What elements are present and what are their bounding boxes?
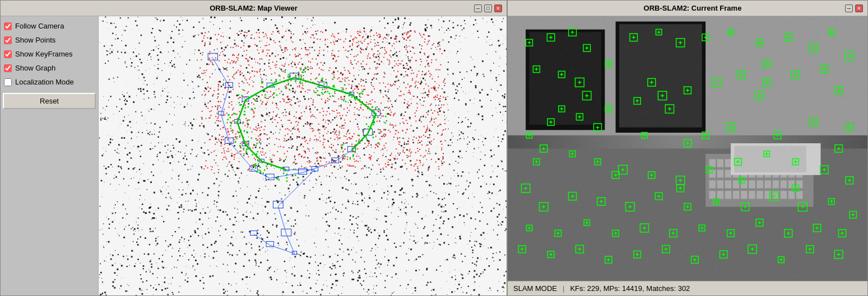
show-graph-checkbox[interactable] bbox=[4, 64, 12, 72]
sidebar: Follow Camera Show Points Show KeyFrames… bbox=[1, 16, 99, 295]
follow-camera-checkbox[interactable] bbox=[4, 22, 12, 30]
map-viewer-titlebar: ORB-SLAM2: Map Viewer ─ □ ✕ bbox=[1, 1, 507, 16]
map-visualization bbox=[99, 16, 507, 295]
localization-mode-checkbox[interactable] bbox=[4, 78, 12, 86]
show-keyframes-item[interactable]: Show KeyFrames bbox=[3, 48, 96, 60]
current-frame-title: ORB-SLAM2: Current Frame bbox=[540, 4, 845, 12]
current-frame-controls: ─ ✕ bbox=[845, 4, 863, 12]
follow-camera-label: Follow Camera bbox=[15, 22, 64, 30]
close-button[interactable]: ✕ bbox=[494, 4, 502, 12]
map-viewer-window: ORB-SLAM2: Map Viewer ─ □ ✕ Follow Camer… bbox=[0, 0, 507, 296]
mps-count: MPs: 14419, bbox=[604, 284, 644, 293]
show-points-item[interactable]: Show Points bbox=[3, 34, 96, 46]
map-viewer-controls: ─ □ ✕ bbox=[474, 4, 502, 12]
minimize-button[interactable]: ─ bbox=[474, 4, 482, 12]
follow-camera-item[interactable]: Follow Camera bbox=[3, 20, 96, 32]
slam-mode: SLAM MODE bbox=[513, 284, 557, 293]
localization-mode-item[interactable]: Localization Mode bbox=[3, 76, 96, 88]
frame-close-button[interactable]: ✕ bbox=[855, 4, 863, 12]
frame-minimize-button[interactable]: ─ bbox=[845, 4, 853, 12]
matches-count: Matches: 302 bbox=[646, 284, 690, 293]
current-frame-titlebar: ORB-SLAM2: Current Frame ─ ✕ bbox=[508, 1, 867, 16]
status-bar: SLAM MODE | KFs: 229, MPs: 14419, Matche… bbox=[508, 281, 867, 295]
map-viewer-title: ORB-SLAM2: Map Viewer bbox=[33, 4, 474, 12]
frame-visualization bbox=[508, 16, 867, 281]
reset-button[interactable]: Reset bbox=[3, 93, 96, 109]
show-points-checkbox[interactable] bbox=[4, 36, 12, 44]
show-keyframes-label: Show KeyFrames bbox=[15, 50, 73, 58]
show-points-label: Show Points bbox=[15, 36, 55, 44]
maximize-button[interactable]: □ bbox=[484, 4, 492, 12]
frame-canvas bbox=[508, 16, 867, 281]
map-viewer-body: Follow Camera Show Points Show KeyFrames… bbox=[1, 16, 507, 295]
kfs-count: KFs: 229, bbox=[570, 284, 601, 293]
map-canvas bbox=[99, 16, 507, 295]
current-frame-window: ORB-SLAM2: Current Frame ─ ✕ SLAM MODE |… bbox=[507, 0, 868, 296]
show-graph-label: Show Graph bbox=[15, 64, 55, 72]
status-divider: | bbox=[563, 284, 564, 293]
show-keyframes-checkbox[interactable] bbox=[4, 50, 12, 58]
show-graph-item[interactable]: Show Graph bbox=[3, 62, 96, 74]
localization-mode-label: Localization Mode bbox=[15, 78, 74, 86]
